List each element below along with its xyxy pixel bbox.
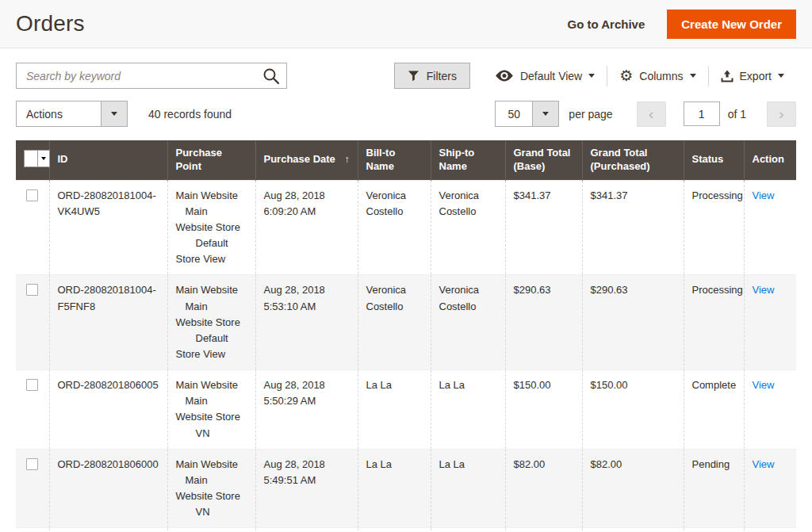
row-checkbox[interactable]	[26, 189, 38, 201]
export-icon	[721, 70, 733, 82]
sort-ascending-icon: ↑	[345, 154, 350, 166]
order-id-cell: ORD-280820181004-F5FNF8	[49, 275, 167, 370]
purchase-point-cell: Main Website Main Website Store Default …	[167, 180, 255, 275]
column-header-grand-total-base[interactable]: Grand Total (Base)	[505, 140, 582, 180]
columns-control[interactable]: ⚙ Columns	[607, 68, 707, 83]
purchase-point-cell: Main Website Main Website Store Default …	[167, 275, 255, 370]
chevron-down-icon	[778, 74, 784, 78]
chevron-down-icon	[111, 112, 117, 116]
grand-total-base-cell: $192.00	[505, 528, 582, 532]
chevron-right-icon: ›	[779, 105, 783, 122]
grand-total-purchased-cell: $341.37	[582, 180, 684, 275]
ship-to-cell: La La	[431, 528, 505, 532]
page-header: Orders Go to Archive Create New Order	[0, 0, 812, 48]
table-row: ORD-280820181004-VK4UW5 Main Website Mai…	[16, 180, 796, 275]
ship-to-cell: Veronica Costello	[431, 180, 505, 275]
purchase-date-cell: Aug 28, 2018 6:09:20 AM	[255, 180, 358, 275]
select-all-dropdown[interactable]	[24, 150, 50, 167]
search-input[interactable]	[16, 63, 287, 89]
grid-toolbar: Filters Default View ⚙ Columns	[16, 63, 796, 89]
search-button[interactable]	[262, 67, 281, 86]
column-header-status[interactable]: Status	[684, 140, 744, 180]
go-to-archive-link[interactable]: Go to Archive	[567, 17, 645, 31]
status-cell: Closed	[684, 528, 744, 532]
row-checkbox[interactable]	[26, 379, 38, 391]
grand-total-base-cell: $150.00	[505, 370, 582, 450]
column-header-id[interactable]: ID	[49, 140, 167, 180]
table-row: ORD-2808201806005 Main Website Main Webs…	[16, 370, 796, 450]
order-id-cell: ORD-2808201806000	[49, 449, 167, 528]
status-cell: Pending	[684, 449, 744, 528]
column-header-purchase-point[interactable]: Purchase Point	[167, 140, 255, 180]
column-header-grand-total-purchased[interactable]: Grand Total (Purchased)	[582, 140, 684, 180]
select-all-header	[16, 140, 49, 180]
bill-to-cell: La La	[358, 370, 431, 450]
table-row: ORD-2808201806000 Main Website Main Webs…	[16, 449, 796, 528]
search-box	[16, 63, 287, 89]
filters-button[interactable]: Filters	[394, 63, 470, 89]
view-order-link[interactable]: View	[753, 458, 775, 470]
ship-to-cell: Veronica Costello	[431, 275, 505, 370]
columns-label: Columns	[639, 70, 683, 82]
grand-total-base-cell: $341.37	[505, 180, 582, 275]
view-switcher[interactable]: Default View	[483, 70, 607, 82]
bill-to-cell: La La	[358, 449, 431, 528]
per-page-caret[interactable]	[532, 101, 558, 126]
column-header-ship-to[interactable]: Ship-to Name	[431, 140, 505, 180]
table-row: ORD-280820181004 Main Website Main Websi…	[16, 528, 796, 532]
grand-total-base-cell: $290.63	[505, 275, 582, 370]
purchase-date-cell: Aug 28, 2018 5:50:29 AM	[255, 370, 358, 450]
per-page-dropdown[interactable]: 50	[495, 101, 559, 127]
actions-dropdown-value: Actions	[17, 101, 101, 126]
order-id-cell: ORD-280820181004-VK4UW5	[49, 180, 167, 275]
purchase-date-label: Purchase Date	[264, 153, 335, 166]
grand-total-purchased-cell: $192.00	[582, 528, 684, 532]
chevron-down-icon	[690, 74, 696, 78]
records-count: 40 records found	[148, 108, 232, 121]
purchase-point-cell: Main Website Main Website Store VN	[167, 370, 255, 450]
per-page-value: 50	[496, 101, 532, 126]
purchase-date-cell: Aug 28, 2018 5:48:56 AM	[255, 528, 358, 532]
next-page-button[interactable]: ›	[767, 101, 796, 127]
order-id-cell: ORD-2808201806005	[49, 370, 167, 450]
current-page-input[interactable]	[684, 101, 720, 126]
bill-to-cell: Veronica Costello	[358, 275, 431, 370]
column-header-purchase-date[interactable]: Purchase Date ↑	[255, 140, 358, 180]
select-all-checkbox[interactable]	[25, 151, 37, 166]
gear-icon: ⚙	[619, 68, 633, 83]
toolbar-controls: Filters Default View ⚙ Columns	[394, 63, 796, 89]
actions-dropdown-caret[interactable]	[101, 101, 127, 126]
bill-to-cell: La La	[358, 528, 431, 532]
export-label: Export	[740, 70, 772, 82]
grand-total-purchased-cell: $82.00	[582, 449, 684, 528]
row-checkbox[interactable]	[26, 284, 38, 296]
chevron-down-icon	[41, 157, 46, 160]
status-cell: Complete	[684, 370, 744, 450]
chevron-left-icon: ‹	[649, 105, 653, 122]
orders-table: ID Purchase Point Purchase Date ↑ Bill-t…	[16, 140, 796, 532]
chevron-down-icon	[542, 112, 549, 116]
previous-page-button[interactable]: ‹	[637, 101, 666, 127]
ship-to-cell: La La	[431, 449, 505, 528]
purchase-point-cell: Main Website Main Website Store VN	[167, 449, 255, 528]
ship-to-cell: La La	[431, 370, 505, 450]
search-icon	[262, 67, 281, 86]
select-all-caret[interactable]	[37, 151, 49, 166]
view-order-link[interactable]: View	[753, 379, 775, 391]
column-header-action: Action	[744, 140, 796, 180]
status-cell: Processing	[684, 180, 744, 275]
purchase-date-cell: Aug 28, 2018 5:49:51 AM	[255, 449, 358, 528]
purchase-date-cell: Aug 28, 2018 5:53:10 AM	[255, 275, 358, 370]
filters-label: Filters	[427, 70, 457, 82]
export-control[interactable]: Export	[709, 70, 796, 82]
header-actions: Go to Archive Create New Order	[567, 10, 796, 39]
purchase-point-cell: Main Website Main Website Store Default …	[167, 528, 255, 532]
create-new-order-button[interactable]: Create New Order	[667, 10, 796, 39]
table-row: ORD-280820181004-F5FNF8 Main Website Mai…	[16, 275, 796, 370]
row-checkbox[interactable]	[26, 458, 38, 470]
actions-dropdown[interactable]: Actions	[16, 101, 128, 127]
column-header-bill-to[interactable]: Bill-to Name	[358, 140, 431, 180]
view-order-link[interactable]: View	[753, 189, 775, 201]
pagination: 50 per page ‹ of 1 ›	[495, 101, 796, 127]
view-order-link[interactable]: View	[753, 284, 775, 296]
